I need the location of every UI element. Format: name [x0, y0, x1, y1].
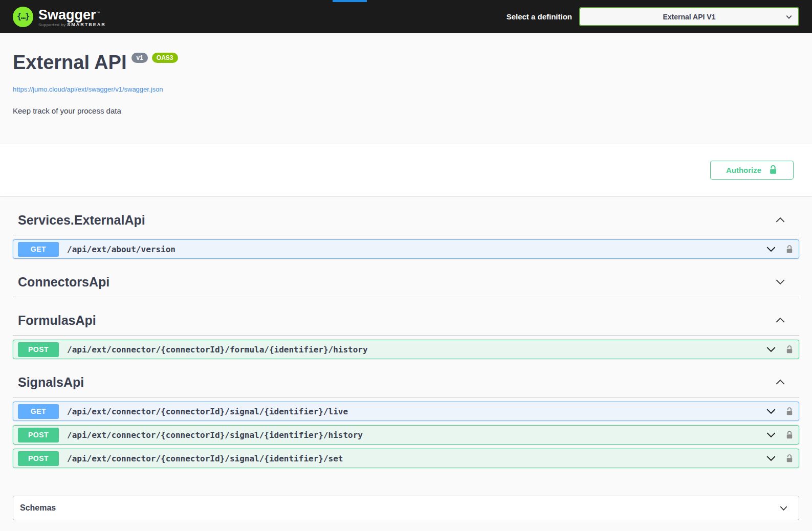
definition-select[interactable]: External API V1	[579, 7, 799, 26]
operation-row[interactable]: GET /api/ext/connector/{connectorId}/sig…	[13, 402, 799, 421]
operation-path: /api/ext/about/version	[67, 245, 765, 254]
chevron-down-icon[interactable]	[775, 276, 786, 287]
operation-row[interactable]: GET /api/ext/about/version	[13, 239, 799, 259]
selected-definition: External API V1	[580, 13, 798, 21]
section-header[interactable]: SignalsApi	[13, 375, 799, 397]
trademark-symbol: ™	[96, 11, 100, 15]
version-badge: v1	[131, 53, 147, 63]
operation-row[interactable]: POST /api/ext/connector/{connectorId}/si…	[13, 425, 799, 445]
chevron-down-icon[interactable]	[765, 244, 777, 255]
http-method-badge: POST	[18, 451, 59, 466]
operation-path: /api/ext/connector/{connectorId}/signal/…	[67, 454, 765, 463]
authorize-label: Authorize	[726, 166, 761, 174]
http-method-badge: POST	[18, 428, 59, 442]
chevron-down-icon	[779, 503, 788, 513]
scheme-container: Authorize	[0, 144, 812, 196]
api-tag-section: SignalsApi GET /api/ext/connector/{conne…	[13, 375, 799, 468]
api-description: Keep track of your process data	[13, 106, 799, 115]
unlock-icon[interactable]	[785, 454, 794, 463]
supported-by: Supported by SMARTBEAR	[38, 22, 106, 28]
section-header[interactable]: FormulasApi	[13, 313, 799, 336]
http-method-badge: GET	[18, 242, 59, 257]
authorize-button[interactable]: Authorize	[710, 161, 794, 180]
sections-list: Services.ExternalApi GET /api/ext/about/…	[13, 213, 799, 468]
unlock-icon[interactable]	[785, 245, 794, 254]
page-title: External API	[13, 52, 126, 73]
section-header[interactable]: ConnectorsApi	[13, 275, 799, 297]
chevron-down-icon[interactable]	[765, 429, 777, 440]
section-title: SignalsApi	[18, 375, 84, 389]
swagger-logo-link[interactable]: {…} Swagger™ Supported by SMARTBEAR	[13, 6, 106, 28]
operation-path: /api/ext/connector/{connectorId}/formula…	[67, 345, 765, 355]
chevron-down-icon[interactable]	[765, 344, 777, 355]
operation-path: /api/ext/connector/{connectorId}/signal/…	[67, 407, 765, 416]
operation-path: /api/ext/connector/{connectorId}/signal/…	[67, 430, 765, 440]
select-definition-label: Select a definition	[507, 12, 572, 21]
definition-selector: Select a definition External API V1	[507, 7, 799, 26]
section-title: ConnectorsApi	[18, 275, 109, 289]
section-title: FormulasApi	[18, 313, 96, 327]
operation-row[interactable]: POST /api/ext/connector/{connectorId}/si…	[13, 449, 799, 468]
oas3-badge: OAS3	[152, 53, 178, 63]
unlock-icon[interactable]	[785, 430, 794, 440]
http-method-badge: GET	[18, 404, 59, 419]
loading-indicator	[333, 0, 367, 2]
chevron-up-icon[interactable]	[775, 315, 786, 326]
swagger-logo-icon: {…}	[13, 7, 33, 27]
operation-row[interactable]: POST /api/ext/connector/{connectorId}/fo…	[13, 340, 799, 359]
info-section: External API v1 OAS3 https://jumo.cloud/…	[0, 33, 812, 144]
schemas-section-header[interactable]: Schemas	[13, 496, 799, 520]
operations-list: POST /api/ext/connector/{connectorId}/fo…	[13, 340, 799, 359]
chevron-up-icon[interactable]	[775, 214, 786, 226]
section-header[interactable]: Services.ExternalApi	[13, 213, 799, 235]
brand-name: Swagger™	[38, 6, 106, 22]
spec-url-link[interactable]: https://jumo.cloud/api/ext/swagger/v1/sw…	[13, 85, 163, 93]
http-method-badge: POST	[18, 342, 59, 357]
topbar: {…} Swagger™ Supported by SMARTBEAR Sele…	[0, 0, 812, 33]
operations-list: GET /api/ext/about/version	[13, 239, 799, 259]
api-tag-section: ConnectorsApi	[13, 275, 799, 297]
chevron-up-icon[interactable]	[775, 377, 786, 388]
operations-wrapper: Services.ExternalApi GET /api/ext/about/…	[0, 213, 812, 526]
unlock-icon[interactable]	[785, 407, 794, 416]
api-tag-section: Services.ExternalApi GET /api/ext/about/…	[13, 213, 799, 259]
schemas-title: Schemas	[20, 503, 56, 513]
smartbear-label: SMARTBEAR	[67, 22, 106, 27]
unlock-icon[interactable]	[785, 345, 794, 355]
chevron-down-icon[interactable]	[765, 453, 777, 464]
chevron-down-icon	[785, 13, 793, 21]
section-title: Services.ExternalApi	[18, 213, 145, 227]
api-tag-section: FormulasApi POST /api/ext/connector/{con…	[13, 313, 799, 359]
chevron-down-icon[interactable]	[765, 406, 777, 417]
unlock-icon	[769, 165, 778, 175]
operations-list: GET /api/ext/connector/{connectorId}/sig…	[13, 402, 799, 468]
